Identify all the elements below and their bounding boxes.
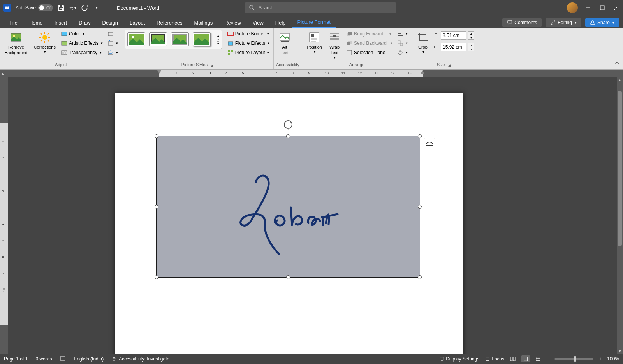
height-down[interactable]: ▼ — [468, 35, 474, 39]
tab-review[interactable]: Review — [219, 18, 246, 28]
left-indent-marker[interactable] — [157, 70, 161, 74]
web-layout-button[interactable] — [535, 356, 541, 362]
corrections-button[interactable]: Corrections▾ — [32, 30, 58, 56]
print-layout-button[interactable] — [521, 355, 530, 362]
ruler-h-mark: 3 — [209, 71, 211, 75]
rotate-button[interactable]: ▾ — [396, 48, 409, 57]
toggle-switch[interactable]: Off — [38, 4, 53, 11]
resize-handle-bm[interactable] — [286, 275, 290, 279]
reset-picture-button[interactable]: ▾ — [106, 48, 120, 57]
height-up[interactable]: ▲ — [468, 32, 474, 35]
scroll-down[interactable]: ▼ — [617, 348, 623, 354]
qat-customize-icon[interactable]: ▾ — [93, 4, 100, 11]
vertical-scrollbar[interactable]: ▲ ▼ — [617, 77, 623, 354]
tab-mailings[interactable]: Mailings — [189, 18, 218, 28]
save-icon[interactable] — [58, 4, 65, 11]
tab-layout[interactable]: Layout — [124, 18, 150, 28]
selected-picture[interactable] — [156, 136, 420, 278]
resize-handle-bl[interactable] — [155, 275, 158, 279]
read-mode-button[interactable] — [510, 356, 516, 362]
ruler-vertical[interactable]: 12345678910 — [0, 77, 8, 354]
remove-background-button[interactable]: Remove Background — [2, 30, 30, 57]
resize-handle-tm[interactable] — [286, 134, 290, 138]
picture-styles-gallery[interactable]: ▴▾▾ — [125, 30, 222, 49]
user-avatar[interactable] — [567, 2, 578, 13]
document-page[interactable] — [115, 93, 463, 354]
group-button[interactable]: ▾ — [396, 39, 409, 47]
styles-dialog-launcher[interactable]: ◢ — [210, 63, 214, 67]
tab-draw[interactable]: Draw — [73, 18, 96, 28]
resize-handle-mr[interactable] — [418, 205, 422, 209]
tab-insert[interactable]: Insert — [49, 18, 73, 28]
zoom-in-button[interactable]: + — [599, 356, 602, 362]
tab-home[interactable]: Home — [24, 18, 48, 28]
gallery-more-button[interactable]: ▴▾▾ — [215, 33, 219, 46]
page-count[interactable]: Page 1 of 1 — [4, 356, 28, 362]
tab-view[interactable]: View — [247, 18, 269, 28]
change-picture-button[interactable]: ▾ — [106, 39, 120, 47]
tab-picture-format[interactable]: Picture Format — [292, 17, 336, 28]
display-settings-button[interactable]: Display Settings — [439, 356, 479, 362]
share-button[interactable]: Share▾ — [585, 18, 619, 27]
undo-icon[interactable]: ▾ — [69, 4, 76, 11]
color-button[interactable]: Color▾ — [60, 30, 104, 38]
language-status[interactable]: English (India) — [74, 356, 104, 362]
svg-rect-20 — [228, 50, 230, 52]
bring-forward-button[interactable]: Bring Forward▾ — [345, 30, 394, 38]
zoom-slider-thumb[interactable] — [574, 356, 576, 362]
zoom-out-button[interactable]: − — [546, 356, 549, 362]
alt-text-button[interactable]: Alt Text — [276, 30, 293, 57]
scroll-up[interactable]: ▲ — [617, 77, 623, 83]
resize-handle-br[interactable] — [418, 275, 422, 279]
tab-design[interactable]: Design — [97, 18, 123, 28]
style-thumb-3[interactable] — [171, 32, 189, 46]
rotate-handle[interactable] — [283, 119, 294, 130]
tab-references[interactable]: References — [151, 18, 188, 28]
picture-layout-button[interactable]: Picture Layout▾ — [226, 48, 271, 57]
width-input[interactable] — [441, 43, 466, 51]
search-box[interactable]: Search — [245, 2, 396, 13]
resize-handle-tl[interactable] — [155, 134, 158, 138]
crop-button[interactable]: Crop▾ — [414, 30, 431, 56]
minimize-button[interactable] — [585, 4, 592, 11]
transparency-button[interactable]: Transparency▾ — [60, 48, 104, 57]
position-button[interactable]: Position▾ — [304, 30, 324, 56]
focus-button[interactable]: Focus — [485, 356, 504, 362]
zoom-slider[interactable] — [554, 358, 593, 360]
size-dialog-launcher[interactable]: ◢ — [447, 63, 452, 67]
right-indent-marker[interactable] — [421, 70, 424, 74]
picture-effects-button[interactable]: Picture Effects▾ — [226, 39, 271, 47]
selection-pane-button[interactable]: Selection Pane — [345, 48, 394, 57]
picture-border-button[interactable]: Picture Border▾ — [226, 30, 271, 38]
word-count[interactable]: 0 words — [35, 356, 52, 362]
wrap-text-button[interactable]: Wrap Text▾ — [326, 30, 343, 62]
autosave-toggle[interactable]: AutoSave Off — [16, 4, 53, 11]
height-input[interactable] — [441, 31, 466, 40]
redo-icon[interactable] — [81, 4, 88, 11]
editing-mode-button[interactable]: Editing▾ — [546, 18, 581, 27]
zoom-level[interactable]: 100% — [607, 356, 619, 362]
resize-handle-tr[interactable] — [418, 134, 422, 138]
style-thumb-4[interactable] — [193, 32, 211, 46]
style-thumb-1[interactable] — [127, 32, 145, 46]
scroll-thumb[interactable] — [618, 91, 622, 246]
send-backward-button[interactable]: Send Backward▾ — [345, 39, 394, 47]
ribbon-collapse-button[interactable] — [614, 60, 620, 67]
compress-pictures-button[interactable] — [106, 30, 120, 38]
comments-button[interactable]: Comments — [502, 18, 542, 27]
resize-handle-ml[interactable] — [155, 205, 158, 209]
maximize-button[interactable] — [599, 4, 606, 11]
layout-options-button[interactable] — [424, 138, 435, 149]
artistic-effects-button[interactable]: Artistic Effects▾ — [60, 39, 104, 47]
ruler-horizontal[interactable]: 123456789101112131415 — [117, 70, 466, 77]
tab-file[interactable]: File — [4, 18, 23, 28]
tab-help[interactable]: Help — [270, 18, 291, 28]
align-button[interactable]: ▾ — [396, 30, 409, 38]
accessibility-status[interactable]: Accessibility: Investigate — [111, 356, 169, 362]
width-down[interactable]: ▼ — [468, 47, 474, 51]
close-button[interactable] — [613, 4, 620, 11]
width-up[interactable]: ▲ — [468, 43, 474, 47]
page-container[interactable] — [8, 77, 617, 354]
spell-check-icon[interactable] — [60, 355, 66, 363]
style-thumb-2[interactable] — [149, 32, 167, 46]
